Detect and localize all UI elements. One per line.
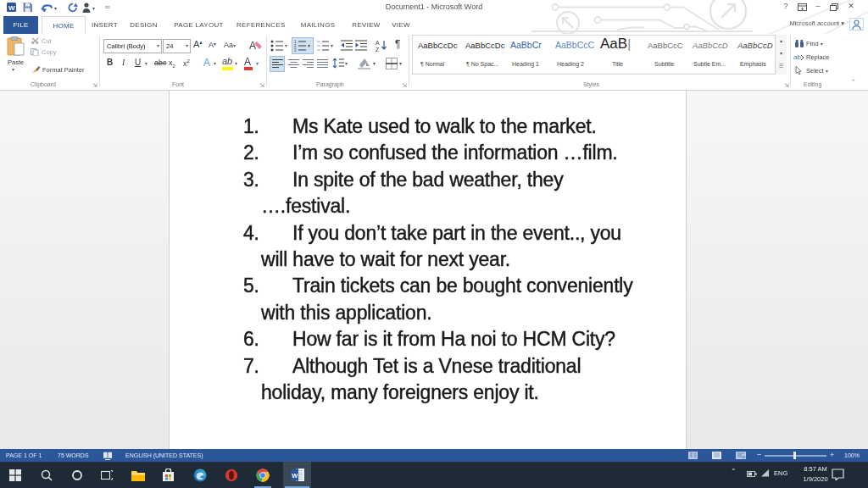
svg-text:3: 3 — [294, 48, 297, 52]
svg-text:A: A — [376, 40, 380, 46]
svg-text:W: W — [292, 472, 298, 480]
svg-text:ab: ab — [793, 53, 801, 61]
svg-text:Z: Z — [376, 47, 380, 52]
svg-text:A: A — [249, 40, 256, 52]
svg-text:W: W — [8, 4, 15, 12]
